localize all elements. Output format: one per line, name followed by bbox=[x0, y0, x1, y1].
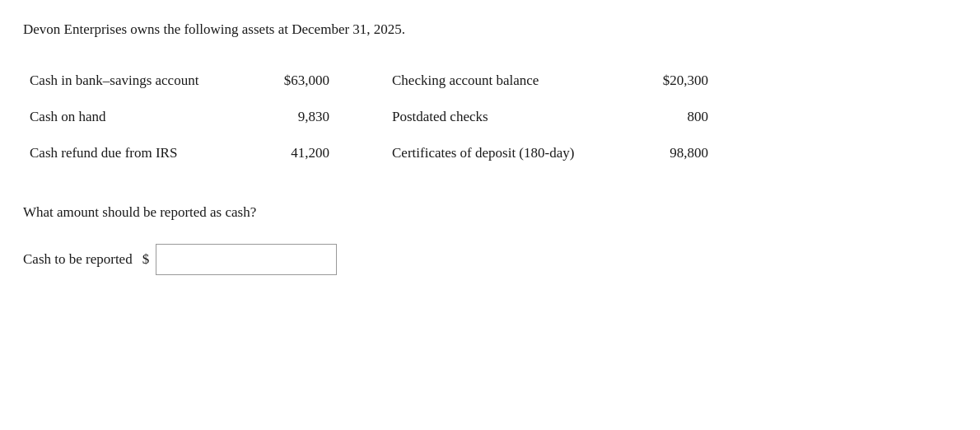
dollar-sign: $ bbox=[142, 251, 150, 268]
right-label-2: Certificates of deposit (180-day) bbox=[385, 135, 632, 171]
right-label-1: Postdated checks bbox=[385, 99, 632, 135]
right-label-0: Checking account balance bbox=[385, 63, 632, 99]
col-spacer-0 bbox=[336, 63, 385, 99]
right-value-0: $20,300 bbox=[632, 63, 715, 99]
header-text: Devon Enterprises owns the following ass… bbox=[23, 20, 957, 40]
answer-row: Cash to be reported $ bbox=[23, 244, 957, 275]
left-label-2: Cash refund due from IRS bbox=[23, 135, 254, 171]
right-value-1: 800 bbox=[632, 99, 715, 135]
cash-reported-label: Cash to be reported bbox=[23, 251, 133, 268]
col-spacer-2 bbox=[336, 135, 385, 171]
cash-reported-input[interactable] bbox=[156, 244, 337, 275]
left-label-0: Cash in bank–savings account bbox=[23, 63, 254, 99]
right-value-2: 98,800 bbox=[632, 135, 715, 171]
left-value-1: 9,830 bbox=[254, 99, 336, 135]
left-value-0: $63,000 bbox=[254, 63, 336, 99]
left-label-1: Cash on hand bbox=[23, 99, 254, 135]
assets-table: Cash in bank–savings account $63,000 Che… bbox=[23, 63, 957, 171]
left-value-2: 41,200 bbox=[254, 135, 336, 171]
question-text: What amount should be reported as cash? bbox=[23, 204, 957, 221]
col-spacer-1 bbox=[336, 99, 385, 135]
